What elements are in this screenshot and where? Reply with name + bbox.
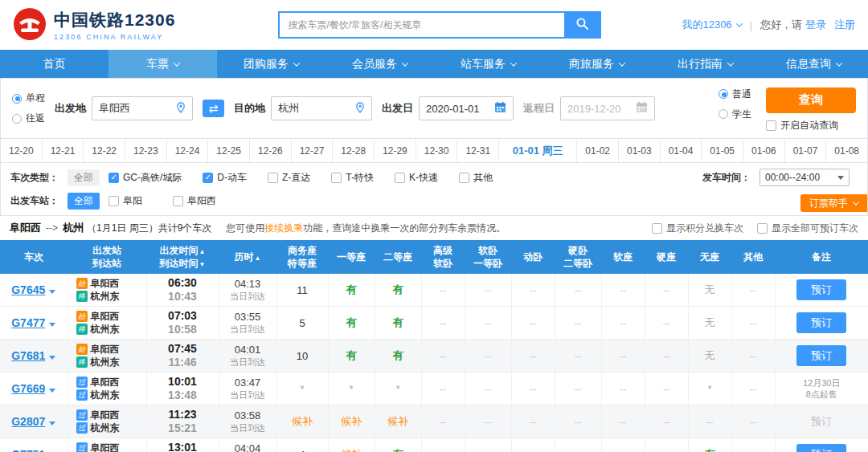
nav-item[interactable]: 车票 (108, 50, 217, 78)
date-tab[interactable]: 12-22 (84, 139, 125, 162)
station-line: 终杭州东 (70, 290, 145, 303)
depart-time-select[interactable]: 00:00--24:00 (760, 169, 850, 186)
nav-item[interactable]: 信息查询 (760, 50, 868, 78)
arrival-day: 当日到达 (221, 422, 275, 434)
book-button[interactable]: 预订 (796, 312, 846, 333)
date-tab[interactable]: 12-31 (457, 139, 499, 162)
train-link[interactable]: G7669 (11, 382, 45, 395)
date-tab[interactable]: 01-01 周三 (499, 139, 577, 162)
date-tab[interactable]: 01-02 (577, 139, 619, 162)
date-tab[interactable]: 12-20 (1, 139, 43, 162)
train-type-checkbox[interactable]: GC-高铁/城际 (108, 171, 182, 185)
return-date-input[interactable]: 2019-12-20 (560, 96, 655, 120)
date-tab[interactable]: 12-24 (167, 139, 209, 162)
date-tab[interactable]: 01-03 (619, 139, 661, 162)
nav-item[interactable]: 站车服务 (434, 50, 542, 78)
search-input[interactable] (280, 13, 564, 37)
train-link[interactable]: G7477 (11, 316, 45, 329)
train-link[interactable]: G7645 (11, 283, 45, 296)
nav-item[interactable]: 团购服务 (217, 50, 326, 78)
query-button[interactable]: 查询 (766, 88, 856, 113)
stations-cell: 过阜阳西过杭州东 (68, 405, 146, 438)
column-header-text: 动卧 (523, 251, 542, 263)
date-tab[interactable]: 01-06 (743, 139, 785, 162)
depart-date-input[interactable]: 2020-01-01 (419, 96, 514, 120)
column-header[interactable]: 出发时间▲到达时间▼ (146, 240, 219, 274)
train-link[interactable]: G7751 (11, 448, 45, 452)
depart-station-checkbox[interactable]: 阜阳 (108, 194, 142, 208)
column-header-text: 其他 (743, 251, 763, 263)
book-button[interactable]: 预订 (796, 444, 846, 452)
date-tab[interactable]: 12-23 (125, 139, 167, 162)
site-logo[interactable]: 中国铁路12306 12306 CHINA RAILWAY (13, 7, 175, 43)
train-type-checkbox[interactable]: Z-直达 (268, 171, 310, 185)
swap-stations-button[interactable]: ⇄ (203, 100, 224, 117)
from-station-input[interactable]: 阜阳西 (92, 96, 193, 120)
date-tab[interactable]: 01-04 (661, 139, 702, 162)
arrival-time: 13:48 (149, 389, 217, 402)
station-line: 终杭州东 (70, 356, 145, 369)
booking-helper-button[interactable]: 订票帮手 (800, 194, 867, 212)
sort-arrow-icon[interactable]: ▼ (199, 261, 206, 268)
train-type-filter-row: 车次类型： 全部 GC-高铁/城际D-动车Z-直达T-特快K-快速其他 发车时间… (10, 169, 858, 186)
seat-cell: -- (465, 340, 511, 373)
date-tab[interactable]: 01-05 (702, 139, 743, 162)
seat-cell: 候补 (328, 405, 375, 438)
register-link[interactable]: 注册 (834, 18, 855, 32)
column-header[interactable]: 历时▲ (219, 240, 276, 274)
nav-item[interactable]: 出行指南 (651, 50, 760, 78)
column-header-text: 车次 (24, 251, 43, 263)
chevron-down-icon[interactable] (49, 389, 55, 393)
search-button[interactable] (564, 13, 600, 37)
station-line: 过杭州东 (70, 389, 145, 401)
train-type-all-badge[interactable]: 全部 (68, 169, 100, 186)
nav-item[interactable]: 首页 (0, 50, 108, 78)
start-station-tag-icon: 始 (76, 278, 88, 289)
show-all-bookable-checkbox[interactable]: 显示全部可预订车次 (757, 222, 858, 235)
book-button[interactable]: 预订 (796, 345, 846, 366)
date-tab[interactable]: 12-25 (208, 139, 250, 162)
date-tab[interactable]: 12-27 (292, 139, 334, 162)
date-tab[interactable]: 12-28 (333, 139, 375, 162)
my-12306-link[interactable]: 我的12306 (682, 18, 741, 32)
chevron-down-icon (174, 59, 180, 66)
train-cell: G7681 (0, 340, 68, 373)
chevron-down-icon[interactable] (49, 421, 55, 426)
round-trip-radio[interactable]: 往返 (12, 112, 45, 125)
show-points-checkbox[interactable]: 显示积分兑换车次 (652, 222, 743, 235)
to-station-input[interactable]: 杭州 (271, 96, 372, 120)
sort-arrow-icon[interactable]: ▲ (255, 255, 261, 262)
arrival-time: 11:46 (149, 356, 217, 369)
normal-passenger-radio[interactable]: 普通 (719, 88, 751, 101)
train-type-checkbox[interactable]: 其他 (459, 171, 493, 185)
book-button[interactable]: 预订 (796, 279, 846, 300)
depart-station-all-badge[interactable]: 全部 (68, 193, 100, 210)
login-link[interactable]: 登录 (805, 18, 826, 32)
date-tab[interactable]: 12-21 (43, 139, 84, 162)
train-type-checkbox[interactable]: D-动车 (203, 171, 247, 185)
train-type-checkbox[interactable]: K-快速 (395, 171, 438, 185)
date-tab[interactable]: 12-26 (250, 139, 292, 162)
student-passenger-radio[interactable]: 学生 (719, 108, 751, 121)
nav-item[interactable]: 会员服务 (326, 50, 434, 78)
date-tab[interactable]: 12-29 (375, 139, 416, 162)
train-link[interactable]: G2807 (11, 415, 45, 428)
date-tab[interactable]: 12-30 (416, 139, 458, 162)
sort-arrow-icon[interactable]: ▲ (199, 248, 206, 255)
seat-cell: -- (511, 340, 555, 373)
column-header-text: 商务座 (288, 245, 317, 256)
date-tab[interactable]: 01-07 (785, 139, 827, 162)
train-type-checkbox[interactable]: T-特快 (331, 171, 374, 185)
date-tab[interactable]: 01-08 (826, 139, 867, 162)
chevron-down-icon[interactable] (49, 356, 55, 360)
transfer-link[interactable]: 接续换乘 (264, 222, 303, 234)
auto-query-checkbox[interactable]: 开启自动查询 (766, 119, 838, 132)
depart-station-checkbox[interactable]: 阜阳西 (173, 194, 216, 208)
train-link[interactable]: G7681 (11, 349, 45, 362)
one-way-radio[interactable]: 单程 (12, 92, 45, 105)
nav-item-label: 信息查询 (786, 57, 831, 71)
seat-cell: 候补 (328, 438, 375, 452)
nav-item[interactable]: 商旅服务 (542, 50, 651, 78)
chevron-down-icon[interactable] (49, 290, 55, 294)
chevron-down-icon[interactable] (49, 323, 55, 327)
